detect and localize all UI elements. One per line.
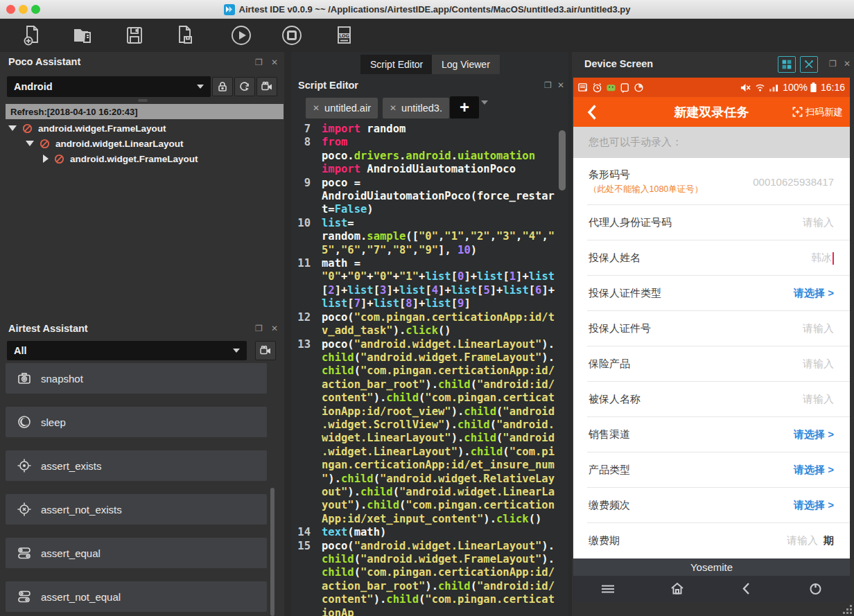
script-editor-close-icon[interactable]: ✕ bbox=[557, 80, 564, 90]
editor-scrollbar[interactable] bbox=[559, 130, 566, 191]
minimize-traffic-light[interactable] bbox=[19, 5, 28, 14]
file-tab-untitled3[interactable]: ✕ untitled3. bbox=[383, 98, 449, 118]
field-select-value[interactable]: 请选择 > bbox=[794, 464, 834, 477]
poco-record-button[interactable] bbox=[256, 77, 277, 96]
scan-create-label: 扫码新建 bbox=[805, 106, 843, 118]
form-field-row[interactable]: 保险产品请输入 bbox=[573, 346, 850, 382]
device-float-icon[interactable]: ❐ bbox=[829, 59, 837, 69]
chevron-down-icon bbox=[233, 349, 240, 353]
field-placeholder[interactable]: 请输入 bbox=[803, 393, 834, 406]
power-nav-button[interactable] bbox=[781, 582, 850, 595]
file-tab-untitled-air[interactable]: ✕ untitled.air bbox=[306, 98, 378, 118]
airtest-filter-dropdown[interactable]: All bbox=[7, 341, 247, 360]
device-tools-button[interactable] bbox=[800, 56, 818, 73]
form-field-row[interactable]: 投保人证件类型请选择 > bbox=[573, 276, 850, 311]
tree-node[interactable]: android.widget.FrameLayout bbox=[43, 151, 198, 166]
field-label: 产品类型 bbox=[589, 464, 630, 477]
form-field-row[interactable]: 缴费期请输入期 bbox=[573, 523, 850, 558]
run-script-button[interactable] bbox=[229, 23, 254, 48]
form-field-row[interactable]: 条形码号（此处不能输入1080单证号）00010625938417 bbox=[573, 158, 850, 205]
home-nav-button[interactable] bbox=[643, 582, 712, 595]
field-placeholder[interactable]: 请输入 bbox=[803, 322, 834, 335]
view-log-button[interactable]: LOG bbox=[331, 23, 356, 48]
airtest-float-icon[interactable]: ❐ bbox=[255, 324, 263, 333]
code-line[interactable]: 13poco("android.widget.LinearLayout").ch… bbox=[294, 338, 560, 527]
device-screen-mirror[interactable]: 100% 16:16 新建双录任务 扫码新建 您也可以手动录入： 条形码号（此处… bbox=[573, 78, 850, 601]
new-tab-button[interactable]: + bbox=[450, 96, 479, 118]
scan-create-button[interactable]: 扫码新建 bbox=[792, 106, 843, 118]
code-line[interactable]: 14text(math) bbox=[294, 526, 560, 539]
form-field-row[interactable]: 被保人名称请输入 bbox=[573, 382, 850, 417]
poco-lock-button[interactable] bbox=[212, 77, 233, 96]
code-line[interactable]: 7import random bbox=[294, 123, 560, 136]
line-number: 9 bbox=[294, 177, 311, 217]
form-field-row[interactable]: 销售渠道请选择 > bbox=[573, 417, 850, 452]
form-field-row[interactable]: 缴费频次请选择 > bbox=[573, 488, 850, 523]
code-line[interactable]: 10list= random.sample(["0","1","2","3","… bbox=[294, 217, 560, 257]
poco-refresh-row[interactable]: Refresh:[2018-04-10 16:20:43] bbox=[6, 104, 284, 119]
script-editor-float-icon[interactable]: ❐ bbox=[544, 80, 552, 90]
schedule-notification-icon bbox=[578, 82, 589, 93]
code-line[interactable]: 12poco("com.pingan.certicationApp:id/tv_… bbox=[294, 311, 560, 338]
tab-list-chevron-icon[interactable] bbox=[481, 105, 488, 117]
expand-caret-icon[interactable] bbox=[43, 155, 49, 163]
airtest-action-assert_equal[interactable]: assert_equal bbox=[6, 538, 267, 568]
field-label-group: 投保人姓名 bbox=[589, 252, 640, 265]
airtest-action-snapshot[interactable]: snapshot bbox=[6, 363, 267, 394]
back-nav-button[interactable] bbox=[712, 582, 781, 595]
poco-close-icon[interactable]: ✕ bbox=[271, 58, 278, 67]
tab-script-editor[interactable]: Script Editor bbox=[360, 55, 433, 74]
tree-node[interactable]: android.widget.FrameLayout bbox=[8, 121, 166, 136]
airtest-record-button[interactable] bbox=[255, 341, 276, 360]
field-value[interactable]: 00010625938417 bbox=[753, 176, 834, 188]
field-placeholder[interactable]: 请输入 bbox=[803, 358, 834, 371]
window-resize-grip[interactable] bbox=[843, 605, 853, 615]
code-line[interactable]: 9poco = AndroidUiautomationPoco(force_re… bbox=[294, 177, 560, 217]
airtest-list-scrollbar[interactable] bbox=[270, 488, 274, 616]
poco-splitter-handle[interactable] bbox=[138, 99, 148, 102]
video-camera-icon bbox=[259, 344, 272, 357]
keyboard-suggestion-bar[interactable]: Yosemite bbox=[573, 558, 850, 576]
new-script-button[interactable] bbox=[19, 23, 44, 48]
airtest-action-sleep[interactable]: sleep bbox=[6, 407, 267, 437]
close-icon[interactable]: ✕ bbox=[313, 103, 320, 113]
code-editor[interactable]: 7import random8from poco.drivers.android… bbox=[294, 123, 560, 616]
poco-mode-dropdown[interactable]: Android bbox=[7, 76, 211, 97]
form-field-row[interactable]: 代理人身份证号码请输入 bbox=[573, 205, 850, 240]
code-line[interactable]: 8from poco.drivers.android.uiautomation … bbox=[294, 136, 560, 176]
field-select-value[interactable]: 请选择 > bbox=[794, 287, 834, 300]
zoom-traffic-light[interactable] bbox=[31, 5, 40, 14]
field-placeholder[interactable]: 请输入 bbox=[803, 216, 834, 229]
field-input-value[interactable]: 韩冰 bbox=[811, 252, 834, 265]
poco-inspect-refresh-button[interactable] bbox=[234, 77, 255, 96]
open-script-button[interactable] bbox=[71, 23, 96, 48]
collapse-caret-icon[interactable] bbox=[8, 125, 17, 131]
collapse-caret-icon[interactable] bbox=[26, 141, 34, 146]
device-close-icon[interactable]: ✕ bbox=[844, 59, 851, 69]
poco-float-icon[interactable]: ❐ bbox=[255, 58, 263, 67]
tab-log-viewer[interactable]: Log Viewer bbox=[432, 55, 500, 74]
close-traffic-light[interactable] bbox=[6, 5, 15, 14]
code-line[interactable]: 15poco("android.widget.LinearLayout").ch… bbox=[294, 540, 560, 616]
field-select-value[interactable]: 请选择 > bbox=[794, 428, 834, 441]
menu-nav-button[interactable] bbox=[573, 583, 643, 595]
airtest-action-assert_exists[interactable]: assert_exists bbox=[6, 450, 267, 481]
tree-node[interactable]: android.widget.LinearLayout bbox=[26, 136, 184, 151]
save-as-button[interactable] bbox=[173, 23, 198, 48]
form-field-row[interactable]: 产品类型请选择 > bbox=[573, 452, 850, 488]
airtest-action-label: assert_exists bbox=[41, 460, 102, 472]
form-field-row[interactable]: 投保人证件号请输入 bbox=[573, 311, 850, 346]
field-select-value[interactable]: 请选择 > bbox=[794, 499, 834, 512]
airtest-action-assert_not_exists[interactable]: assert_not_exists bbox=[6, 494, 267, 525]
form-field-row[interactable]: 投保人姓名韩冰 bbox=[573, 240, 850, 276]
airtest-close-icon[interactable]: ✕ bbox=[271, 324, 278, 333]
save-script-button[interactable] bbox=[122, 23, 147, 48]
code-line[interactable]: 11math = "0"+"0"+"0"+"1"+list[0]+list[1]… bbox=[294, 257, 560, 311]
line-number: 7 bbox=[294, 123, 311, 136]
assert-exists-icon bbox=[17, 458, 32, 473]
stop-script-button[interactable] bbox=[279, 23, 304, 48]
field-placeholder[interactable]: 请输入期 bbox=[787, 534, 834, 547]
airtest-action-assert_not_equal[interactable]: assert_not_equal bbox=[6, 581, 267, 612]
device-layout-grid-button[interactable] bbox=[778, 56, 796, 73]
close-icon[interactable]: ✕ bbox=[390, 103, 397, 113]
